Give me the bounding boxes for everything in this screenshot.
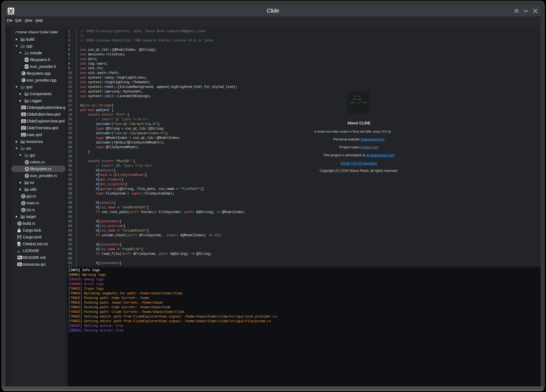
svg-text:R: R — [26, 174, 28, 177]
svg-text:Qt: Qt — [22, 119, 25, 123]
svg-text:Qt: Qt — [22, 106, 25, 109]
svg-text:Qt: Qt — [22, 133, 25, 136]
svg-text:Qt: Qt — [22, 113, 25, 116]
svg-text:R: R — [22, 202, 24, 204]
svg-text:R: R — [19, 222, 20, 225]
svg-text:Qt: Qt — [18, 263, 22, 266]
svg-text:R: R — [26, 161, 28, 163]
svg-text:Qt: Qt — [22, 126, 25, 130]
svg-text:R: R — [22, 195, 24, 198]
svg-text:R: R — [22, 208, 24, 211]
svg-text:R: R — [26, 167, 28, 170]
